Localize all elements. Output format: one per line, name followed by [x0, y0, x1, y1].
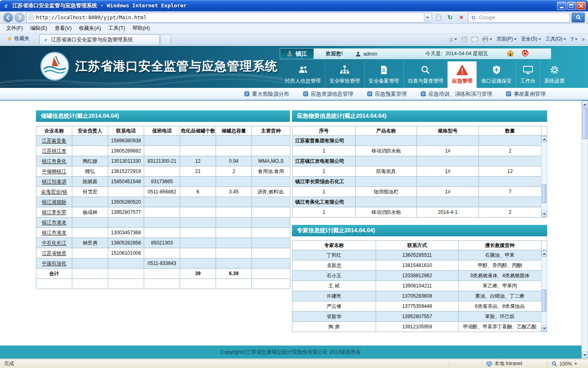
- subnav-item-emergency-plans[interactable]: 应急预案管理: [367, 90, 407, 98]
- web-page: 江苏省港口安全监管与应急管理系统 镇江 欢迎您! admin 今天是: 2014…: [0, 45, 588, 359]
- supplies-scrollbar[interactable]: [541, 136, 547, 218]
- subnav-item-emergency-resources[interactable]: 应急资源信息管理: [303, 90, 353, 98]
- supplies-cell: 移动消防水炮: [356, 207, 417, 218]
- group-company[interactable]: 江苏索普集团有限公司: [292, 136, 356, 146]
- company-link[interactable]: 中国石油化: [36, 258, 72, 269]
- tools-menu-button[interactable]: 工具(O): [546, 36, 566, 43]
- help-button[interactable]: ?: [570, 36, 577, 42]
- compatibility-view-button[interactable]: [434, 13, 443, 22]
- expert-cell: 王 斌: [292, 281, 376, 291]
- home-page-button[interactable]: [507, 50, 514, 58]
- tank-row: 中石化长江林坚勇1380528285685021303: [36, 238, 290, 248]
- menu-edit[interactable]: 编辑(E): [27, 24, 51, 33]
- nav-item-port-security[interactable]: 港口设施保安: [477, 61, 516, 88]
- company-link[interactable]: 镇江奇美化: [36, 156, 72, 166]
- company-link[interactable]: 中石化长江: [36, 238, 72, 248]
- expert-cell: 管新华: [292, 312, 376, 322]
- tank-cell: 3.45: [216, 187, 252, 197]
- subnav-item-hazard-distribution[interactable]: 重大危险源分布: [244, 90, 289, 98]
- group-company[interactable]: 镇江李长荣综合石化工: [292, 177, 356, 187]
- menu-file[interactable]: 文件(F): [2, 24, 27, 33]
- scrollbar-thumb[interactable]: [542, 289, 546, 312]
- company-link[interactable]: 江苏索普集: [36, 136, 72, 146]
- anchor-icon: [287, 51, 293, 57]
- nav-item-operator-info[interactable]: 经营人信息管理: [281, 61, 325, 88]
- col-specialty: 擅长救援货种: [459, 241, 541, 250]
- scroll-up-button[interactable]: [582, 101, 588, 108]
- subnav-item-accident-cases[interactable]: 事故案例管理: [506, 90, 546, 98]
- print-button[interactable]: [482, 36, 492, 42]
- tank-table: 企业名称 安全负责人 联系电话 值班电话 危化品储罐个数 储罐总容量 主要货种 …: [36, 126, 290, 289]
- company-link[interactable]: 镇江市港龙: [36, 228, 72, 238]
- read-mail-button[interactable]: [472, 37, 478, 41]
- scroll-down-button[interactable]: [541, 325, 547, 332]
- scroll-up-button[interactable]: [541, 251, 547, 257]
- maximize-button[interactable]: [567, 2, 576, 10]
- supplies-item-row: 1移动消防水炮2014-4-12: [292, 207, 541, 218]
- group-company[interactable]: 镇江奇美化工有限公司: [292, 197, 356, 207]
- company-link[interactable]: 镇江港国际: [36, 197, 72, 207]
- scroll-down-button[interactable]: [541, 211, 547, 217]
- address-toolbar: http://localhost:8080/yjpt/Main.html ↻ ×…: [0, 11, 588, 24]
- menu-view[interactable]: 查看(V): [51, 24, 76, 33]
- refresh-button[interactable]: ↻: [445, 13, 455, 22]
- favorites-button[interactable]: ★ 收藏夹: [3, 33, 33, 45]
- address-dropdown-button[interactable]: [424, 13, 431, 22]
- overflow-chevron-icon[interactable]: »: [582, 36, 585, 42]
- tank-cell: [252, 177, 290, 187]
- tank-cell: [252, 146, 290, 156]
- feeds-button[interactable]: [461, 36, 467, 42]
- nav-item-system-settings[interactable]: 系统设置: [540, 61, 569, 88]
- page-scrollbar[interactable]: [581, 101, 588, 359]
- subnav-item-training-drills[interactable]: 应急培训、演练和演习管理: [421, 90, 492, 98]
- address-bar[interactable]: http://localhost:8080/yjpt/Main.html: [26, 13, 432, 22]
- tank-cell: [216, 136, 252, 146]
- nav-item-workbench[interactable]: 工作台: [516, 61, 540, 88]
- active-tab[interactable]: e 江苏省港口安全监管与应急管理系统: [39, 34, 160, 45]
- supplies-cell: 1: [292, 166, 356, 177]
- safety-menu-button[interactable]: 安全(S): [521, 36, 541, 43]
- menu-favorites[interactable]: 收藏夹(A): [75, 24, 105, 33]
- company-link[interactable]: 金海宏业(镇: [36, 187, 72, 197]
- port-selector[interactable]: 镇江: [280, 49, 314, 59]
- company-link[interactable]: 镇江李长荣: [36, 207, 72, 218]
- tank-row: 江苏索普集15896380938: [36, 136, 290, 146]
- company-link[interactable]: 江苏省物资: [36, 248, 72, 258]
- menu-help[interactable]: 帮助(H): [129, 24, 153, 33]
- gear-icon: [549, 64, 560, 76]
- tank-cell: 13615272919: [108, 166, 144, 177]
- expert-cell: 严云修: [292, 301, 376, 312]
- nav-item-inspection[interactable]: 自查与督查管理: [403, 61, 448, 88]
- expert-row: 王 斌13906104211苯乙烯、甲苯丙: [292, 281, 541, 291]
- zoom-control[interactable]: 100%: [547, 361, 588, 367]
- scrollbar-thumb[interactable]: [582, 108, 587, 139]
- scrollbar-thumb[interactable]: [542, 184, 546, 203]
- search-button[interactable]: [572, 13, 585, 22]
- minimize-button[interactable]: [557, 2, 566, 10]
- company-link[interactable]: 中储粮镇江: [36, 166, 72, 177]
- experts-scrollbar[interactable]: [541, 250, 547, 332]
- search-input[interactable]: G Google: [468, 13, 570, 22]
- scroll-up-button[interactable]: [541, 136, 547, 142]
- group-company[interactable]: 江苏镇江发电有限公司: [292, 156, 356, 166]
- tank-cell: [180, 258, 216, 269]
- stop-button[interactable]: ×: [457, 13, 466, 22]
- supplies-cell: [417, 177, 479, 187]
- company-link[interactable]: 镇江恒泰沥: [36, 177, 72, 187]
- menu-tools[interactable]: 工具(T): [105, 24, 129, 33]
- page-menu-button[interactable]: 页面(P): [497, 36, 517, 43]
- nav-item-emergency[interactable]: 应急管理: [448, 61, 477, 88]
- back-button[interactable]: [3, 13, 13, 22]
- company-link[interactable]: 江苏镇江发: [36, 146, 72, 156]
- tank-cell: 林坚勇: [72, 238, 108, 248]
- forward-button[interactable]: [15, 13, 24, 22]
- new-tab-stub[interactable]: [160, 34, 171, 45]
- nav-item-safety-approval[interactable]: 安全审批管理: [325, 61, 364, 88]
- home-button[interactable]: ⌂: [450, 36, 457, 43]
- nav-item-safety-filing[interactable]: 安全备案管理: [364, 61, 403, 88]
- close-button[interactable]: [577, 2, 586, 10]
- company-link[interactable]: 镇江市港龙: [36, 218, 72, 228]
- scroll-down-button[interactable]: [582, 352, 588, 358]
- logout-button[interactable]: [521, 49, 529, 58]
- chevron-down-icon: [426, 17, 429, 18]
